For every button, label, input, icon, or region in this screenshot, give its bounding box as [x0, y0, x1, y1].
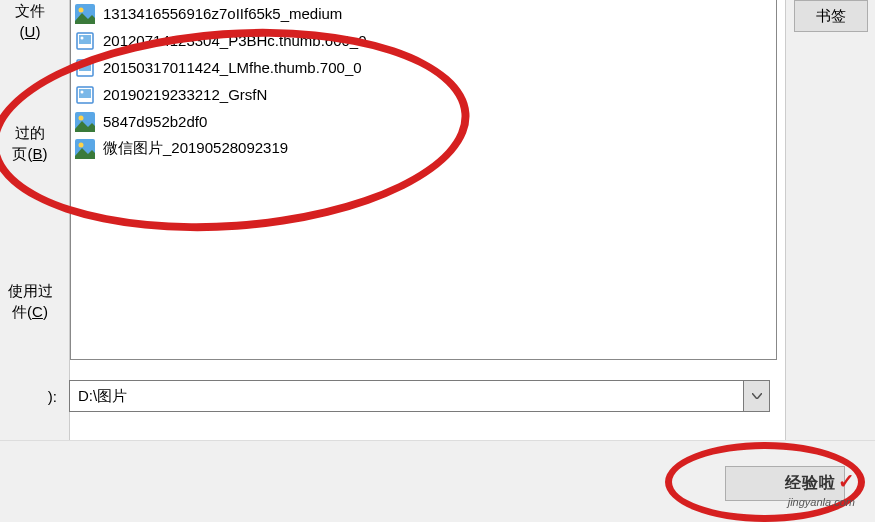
image-icon [73, 56, 97, 80]
sidebar-label-recent-pages: 过的 页(B) [0, 122, 60, 164]
svg-point-4 [81, 36, 84, 39]
file-name: 微信图片_20190528092319 [103, 139, 288, 158]
file-list-panel[interactable]: 1313416556916z7oIIf65k5_medium 201207141… [70, 0, 777, 360]
image-icon [73, 29, 97, 53]
dropdown-button[interactable] [743, 381, 769, 411]
image-icon [73, 2, 97, 26]
sidebar-label-file: 文件 (U) [0, 0, 60, 42]
svg-point-14 [79, 142, 84, 147]
svg-point-1 [79, 7, 84, 12]
svg-point-12 [79, 115, 84, 120]
file-item[interactable]: 20120714123304_P3BHc.thumb.600_0 [71, 27, 776, 54]
file-item[interactable]: 5847d952b2df0 [71, 108, 776, 135]
path-input[interactable] [70, 381, 743, 411]
chevron-down-icon [752, 393, 762, 399]
svg-rect-9 [79, 89, 91, 98]
watermark-logo: 经验啦✓ [785, 469, 855, 494]
bookmark-button[interactable]: 书签 [794, 0, 868, 32]
file-name: 5847d952b2df0 [103, 113, 207, 130]
image-icon [73, 110, 97, 134]
path-row: ): [0, 380, 780, 412]
path-label: ): [0, 388, 65, 405]
image-icon [73, 83, 97, 107]
file-name: 20120714123304_P3BHc.thumb.600_0 [103, 32, 367, 49]
path-combobox[interactable] [69, 380, 770, 412]
bottom-bar [0, 440, 875, 522]
file-name: 20190219233212_GrsfN [103, 86, 267, 103]
file-item[interactable]: 20190219233212_GrsfN [71, 81, 776, 108]
check-icon: ✓ [838, 469, 855, 493]
right-sidebar: 书签 [785, 0, 875, 460]
image-icon [73, 137, 97, 161]
file-name: 1313416556916z7oIIf65k5_medium [103, 5, 342, 22]
svg-point-10 [81, 90, 84, 93]
file-item[interactable]: 微信图片_20190528092319 [71, 135, 776, 162]
file-item[interactable]: 1313416556916z7oIIf65k5_medium [71, 0, 776, 27]
svg-rect-6 [79, 62, 91, 71]
file-item[interactable]: 20150317011424_LMfhe.thumb.700_0 [71, 54, 776, 81]
svg-rect-3 [79, 35, 91, 44]
sidebar-label-recent-files: 使用过 件(C) [0, 280, 60, 322]
svg-point-7 [81, 63, 84, 66]
watermark-url: jingyanla.com [788, 496, 855, 508]
file-name: 20150317011424_LMfhe.thumb.700_0 [103, 59, 362, 76]
